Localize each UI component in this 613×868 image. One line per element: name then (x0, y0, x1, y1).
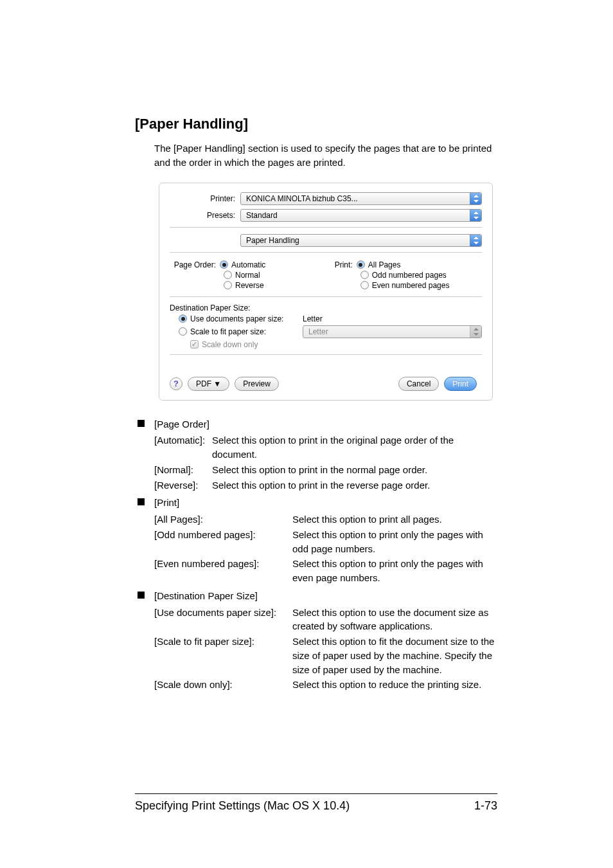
section-heading: [Paper Handling] (135, 116, 497, 132)
term-odd-pages: [Odd numbered pages]: (154, 528, 292, 556)
radio-page-order-reverse[interactable] (224, 281, 232, 289)
scale-to-fit-combo: Letter (303, 325, 482, 338)
desc-scale-down-only: Select this option to reduce the printin… (292, 678, 497, 692)
term-scale-to-fit: [Scale to fit paper size]: (154, 635, 292, 676)
print-dialog: Printer: KONICA MINOLTA bizhub C35... Pr… (159, 183, 493, 401)
bullet-icon (138, 420, 145, 427)
footer-page-number: 1-73 (474, 799, 497, 813)
radio-label-odd-pages: Odd numbered pages (372, 271, 447, 280)
chevron-updown-icon (470, 210, 481, 221)
chevron-updown-icon (470, 326, 481, 338)
radio-page-order-normal[interactable] (224, 271, 232, 279)
checkbox-scale-down-only (190, 340, 199, 348)
radio-scale-to-fit[interactable] (179, 327, 187, 336)
scale-down-only-label: Scale down only (202, 340, 258, 349)
radio-print-all[interactable] (357, 260, 365, 269)
printer-combo[interactable]: KONICA MINOLTA bizhub C35... (240, 192, 482, 205)
term-use-doc-size: [Use documents paper size]: (154, 606, 292, 634)
term-all-pages: [All Pages]: (154, 512, 292, 527)
radio-page-order-automatic[interactable] (220, 260, 228, 269)
page-footer: Specifying Print Settings (Mac OS X 10.4… (135, 793, 497, 813)
desc-automatic: Select this option to print in the origi… (212, 433, 497, 462)
term-automatic: [Automatic]: (154, 433, 212, 462)
pane-value: Paper Handling (246, 236, 299, 245)
desc-normal: Select this option to print in the norma… (212, 463, 497, 477)
radio-print-even[interactable] (360, 281, 369, 289)
use-doc-paper-size-value: Letter (303, 314, 323, 323)
desc-reverse: Select this option to print in the rever… (212, 478, 497, 493)
radio-label-normal: Normal (235, 271, 260, 280)
footer-left: Specifying Print Settings (Mac OS X 10.4… (135, 799, 350, 813)
printer-value: KONICA MINOLTA bizhub C35... (246, 194, 358, 203)
radio-use-doc-paper-size[interactable] (179, 314, 187, 323)
desc-even-pages: Select this option to print only the pag… (292, 557, 497, 585)
presets-combo[interactable]: Standard (240, 209, 482, 222)
scale-to-fit-label: Scale to fit paper size: (190, 327, 303, 336)
radio-label-even-pages: Even numbered pages (372, 281, 450, 290)
desc-odd-pages: Select this option to print only the pag… (292, 528, 497, 556)
preview-button[interactable]: Preview (235, 377, 279, 391)
radio-label-automatic: Automatic (231, 260, 265, 269)
bullet-icon (138, 498, 145, 505)
dest-paper-size-label: Destination Paper Size: (170, 303, 482, 312)
radio-label-all-pages: All Pages (368, 260, 401, 269)
group-title-page-order: [Page Order] (154, 417, 209, 431)
desc-scale-to-fit: Select this option to fit the document s… (292, 635, 497, 676)
radio-print-odd[interactable] (360, 271, 369, 279)
desc-all-pages: Select this option to print all pages. (292, 512, 497, 527)
use-doc-paper-size-label: Use documents paper size: (190, 314, 303, 323)
print-button[interactable]: Print (444, 377, 477, 391)
desc-use-doc-size: Select this option to use the document s… (292, 606, 497, 634)
pane-combo[interactable]: Paper Handling (240, 234, 482, 247)
divider (170, 227, 482, 228)
divider (170, 296, 482, 297)
divider (170, 354, 482, 355)
radio-label-reverse: Reverse (235, 281, 264, 290)
term-scale-down-only: [Scale down only]: (154, 678, 292, 692)
intro-paragraph: The [Paper Handling] section is used to … (154, 141, 497, 170)
chevron-updown-icon (470, 235, 481, 246)
print-label: Print: (332, 260, 357, 269)
pdf-menu-button[interactable]: PDF ▼ (188, 377, 229, 391)
bullet-icon (138, 592, 145, 599)
group-title-dest: [Destination Paper Size] (154, 589, 258, 603)
help-button[interactable]: ? (170, 377, 182, 390)
presets-value: Standard (246, 211, 278, 220)
term-normal: [Normal]: (154, 463, 212, 477)
printer-label: Printer: (170, 194, 240, 203)
cancel-button[interactable]: Cancel (398, 377, 439, 391)
scale-to-fit-value: Letter (308, 327, 328, 336)
divider (170, 252, 482, 253)
group-title-print: [Print] (154, 496, 179, 510)
term-reverse: [Reverse]: (154, 478, 212, 493)
presets-label: Presets: (170, 211, 240, 220)
chevron-updown-icon (470, 193, 481, 204)
page-order-label: Page Order: (170, 260, 220, 269)
term-even-pages: [Even numbered pages]: (154, 557, 292, 585)
